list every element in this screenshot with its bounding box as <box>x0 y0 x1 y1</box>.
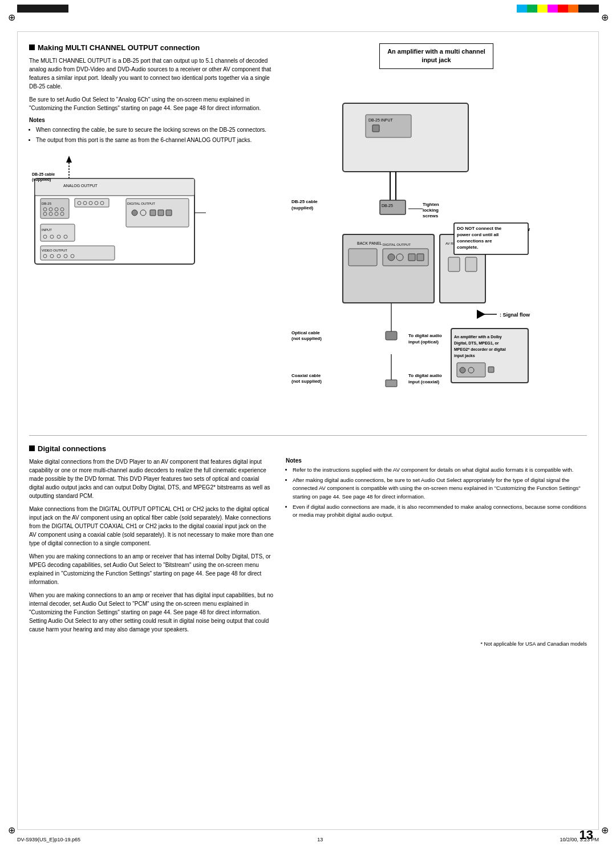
svg-point-66 <box>388 254 395 261</box>
reg-mark-tl: ⊕ <box>6 11 17 23</box>
svg-rect-102 <box>488 367 494 372</box>
svg-text:input (optical): input (optical) <box>408 339 439 345</box>
section1-title: Making MULTI CHANNEL OUTPUT connection <box>29 43 274 52</box>
bar-black-6 <box>578 5 589 13</box>
svg-text:Tighten: Tighten <box>423 202 439 207</box>
svg-rect-1 <box>35 179 194 196</box>
svg-point-100 <box>460 367 465 373</box>
bar-cyan <box>517 5 527 13</box>
svg-text:(supplied): (supplied) <box>32 177 51 182</box>
notes-title-2: Notes <box>286 457 587 464</box>
color-bars-right <box>517 5 599 13</box>
reg-mark-br: ⊕ <box>599 824 610 836</box>
svg-text:(supplied): (supplied) <box>291 205 314 210</box>
amplifier-box: An amplifier with a multi channel input … <box>379 43 493 69</box>
svg-text:INPUT: INPUT <box>42 228 52 232</box>
digital-note-2: After making digital audio connections, … <box>293 476 587 501</box>
notes-title-1: Notes <box>29 117 274 123</box>
section1-body2: Be sure to set Audio Out Select to "Anal… <box>29 95 274 112</box>
svg-text:ANALOG OUTPUT: ANALOG OUTPUT <box>63 184 98 188</box>
svg-rect-68 <box>408 254 415 261</box>
svg-text:Digital, DTS, MPEG1, or: Digital, DTS, MPEG1, or <box>454 341 499 346</box>
bar-yellow <box>537 5 548 13</box>
digital-note-1: Refer to the instructions supplied with … <box>293 466 587 474</box>
title-square-icon <box>29 44 35 50</box>
digital-notes-col: Notes Refer to the instructions supplied… <box>286 457 587 638</box>
dvd-player-diagram: ANALOG OUTPUT DB-25 <box>29 150 274 270</box>
svg-marker-40 <box>66 156 72 163</box>
svg-text:Optical cable: Optical cable <box>291 330 320 335</box>
note-item-1: When connecting the cable, be sure to se… <box>36 125 274 134</box>
svg-text:(not supplied): (not supplied) <box>291 379 322 384</box>
reg-mark-bl: ⊕ <box>6 824 17 836</box>
notes-list-1: When connecting the cable, be sure to se… <box>29 125 274 144</box>
bar-black-7 <box>589 5 599 13</box>
notes-list-2: Refer to the instructions supplied with … <box>286 466 587 520</box>
connection-diagram-svg: DB-25 INPUT DB-25 DB-25 cable (supplied)… <box>286 75 531 428</box>
dvd-player-svg: ANALOG OUTPUT DB-25 <box>29 150 212 270</box>
bar-red <box>558 5 568 13</box>
digital-body-4: When you are making connections to an am… <box>29 591 274 634</box>
digital-section: Digital connections Make digital connect… <box>29 444 587 638</box>
svg-text:power cord until all: power cord until all <box>457 232 499 237</box>
svg-rect-89 <box>386 380 397 387</box>
bar-black-5 <box>58 5 68 13</box>
svg-text:locking: locking <box>423 208 439 213</box>
svg-text:DO NOT connect the: DO NOT connect the <box>457 226 502 231</box>
bar-magenta <box>548 5 558 13</box>
page-number: 13 <box>579 828 593 842</box>
svg-text:VIDEO OUTPUT: VIDEO OUTPUT <box>42 249 67 252</box>
svg-text:DB-25 INPUT: DB-25 INPUT <box>368 118 394 122</box>
svg-text:input (coaxial): input (coaxial) <box>408 379 440 384</box>
svg-text:: Signal flow: : Signal flow <box>500 312 530 318</box>
bar-black-2 <box>27 5 38 13</box>
svg-text:Coaxial cable: Coaxial cable <box>291 373 321 378</box>
svg-text:screws: screws <box>423 213 439 218</box>
svg-text:DB-25 cable: DB-25 cable <box>32 172 55 176</box>
digital-body-3: When you are making connections to an am… <box>29 552 274 586</box>
svg-text:(not supplied): (not supplied) <box>291 336 322 341</box>
svg-rect-73 <box>465 257 477 271</box>
bar-orange <box>568 5 578 13</box>
footer-page-center: 13 <box>317 837 323 842</box>
svg-rect-72 <box>448 257 460 271</box>
svg-text:DIGITAL OUTPUT: DIGITAL OUTPUT <box>127 202 155 205</box>
svg-rect-47 <box>372 125 379 132</box>
svg-text:input jacks: input jacks <box>454 354 475 358</box>
left-text-col: Making MULTI CHANNEL OUTPUT connection T… <box>29 43 274 429</box>
digital-note-3: Even if digital audio connections are ma… <box>293 503 587 520</box>
svg-rect-36 <box>150 210 156 216</box>
digital-two-col: Make digital connections from the DVD Pl… <box>29 457 587 638</box>
svg-text:MPEG2* decorder or digital: MPEG2* decorder or digital <box>454 347 506 352</box>
svg-rect-63 <box>348 249 377 266</box>
note-item-2: The output from this port is the same as… <box>36 136 274 144</box>
bar-black-3 <box>38 5 48 13</box>
svg-text:DB-25: DB-25 <box>42 202 52 205</box>
digital-body-1: Make digital connections from the DVD Pl… <box>29 457 274 500</box>
footer-filename: DV-S939(US_E)p10-19.p65 <box>17 837 80 842</box>
svg-text:BACK PANEL: BACK PANEL <box>357 241 382 245</box>
multi-channel-section: Making MULTI CHANNEL OUTPUT connection T… <box>29 43 587 436</box>
digital-body-2: Make connections from the DIGITAL OUTPUT… <box>29 505 274 548</box>
bar-black-1 <box>17 5 27 13</box>
digital-left-col: Make digital connections from the DVD Pl… <box>29 457 274 638</box>
svg-text:To digital audio: To digital audio <box>408 373 442 378</box>
svg-rect-37 <box>158 210 164 216</box>
svg-rect-69 <box>417 254 424 261</box>
svg-text:An amplifier with a Dolby: An amplifier with a Dolby <box>454 335 502 339</box>
main-content: Making MULTI CHANNEL OUTPUT connection T… <box>17 31 599 830</box>
svg-text:DB-25 cable: DB-25 cable <box>291 199 318 204</box>
right-diagram-col: An amplifier with a multi channel input … <box>286 43 587 429</box>
svg-text:To digital audio: To digital audio <box>408 333 442 338</box>
section1-body1: The MULTI CHANNEL OUTPUT is a DB-25 port… <box>29 56 274 91</box>
svg-text:connections are: connections are <box>457 238 492 244</box>
svg-rect-38 <box>166 210 172 216</box>
svg-point-34 <box>132 210 137 216</box>
section2-title: Digital connections <box>29 444 587 453</box>
title-square-2-icon <box>29 445 35 451</box>
bar-black-4 <box>48 5 58 13</box>
footnote: * Not applicable for USA and Canadian mo… <box>29 641 587 647</box>
svg-rect-19 <box>40 224 75 241</box>
reg-mark-tr: ⊕ <box>599 11 610 23</box>
svg-text:DB-25: DB-25 <box>382 204 393 208</box>
